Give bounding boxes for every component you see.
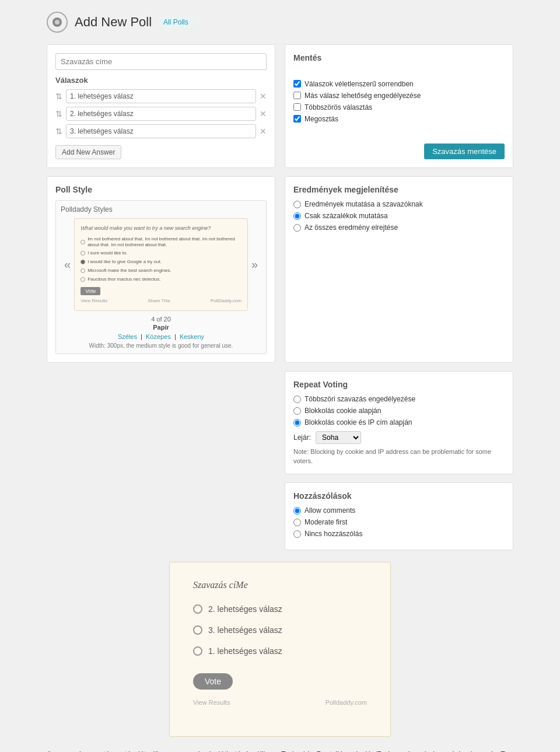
style-description: Width: 300px, the medium style is good f…: [61, 342, 261, 349]
preview-option-label-0: 2. lehetséges válasz: [208, 604, 282, 614]
hozzaszolasok-radio-2[interactable]: [293, 530, 301, 538]
answer-row: ⇅ ✕: [55, 89, 267, 103]
save-checkbox-1[interactable]: [293, 92, 301, 99]
hozzaszolasok-radio-1[interactable]: [293, 519, 301, 526]
repeat-voting-title: Repeat Voting: [293, 380, 505, 389]
eredmenyek-panel: Eredmények megjelenítése Eredmények muta…: [285, 176, 513, 363]
eredmenyek-radio-1[interactable]: [293, 212, 301, 220]
hozzaszolasok-panel: Hozzászólások Allow comments Moderate fi…: [285, 482, 513, 550]
hozzaszolasok-option-row: Moderate first: [293, 518, 505, 526]
style-prev-button[interactable]: «: [61, 258, 74, 271]
eredmenyek-radio-0[interactable]: [293, 201, 301, 208]
eredmenyek-radio-2[interactable]: [293, 224, 301, 232]
style-width-szeles[interactable]: Széles: [118, 333, 137, 340]
style-width-kozepes[interactable]: Közepes: [146, 333, 171, 340]
style-radio-1: [80, 240, 85, 244]
preview-options: 2. lehetséges válasz 3. lehetséges válas…: [193, 604, 367, 656]
answer-remove-icon-0[interactable]: ✕: [260, 92, 267, 100]
eredmenyek-label-2: Az összes eredmény elrejtése: [304, 223, 398, 232]
preview-option-label-1: 3. lehetséges válasz: [208, 625, 282, 635]
preview-option-row: 3. lehetséges válasz: [193, 625, 367, 635]
poll-style-panel: Poll Style Polldaddy Styles « What would…: [47, 176, 275, 363]
style-count: 4 of 20: [61, 316, 261, 323]
repeat-radio-2[interactable]: [293, 419, 301, 426]
answers-section: Válaszok ⇅ ✕ ⇅ ✕ ⇅ ✕ Add New Answer: [55, 76, 267, 159]
poll-style-title: Poll Style: [55, 185, 267, 194]
note-text: Note: Blocking by cookie and IP address …: [293, 447, 505, 466]
lejart-select[interactable]: Soha 1 nap 1 hét 1 hónap: [316, 431, 361, 444]
eredmenyek-option-row: Csak százalékok mutatása: [293, 212, 505, 220]
style-card: What would make you want to try a new se…: [74, 218, 248, 311]
save-checkbox-3[interactable]: [293, 115, 301, 123]
repeat-label-2: Blokkolás cookie és IP cím alapján: [304, 418, 412, 426]
repeat-option-row: Többszöri szavazás engedélyezése: [293, 395, 505, 403]
empty-left: [47, 371, 275, 474]
save-checkbox-0[interactable]: [293, 80, 301, 88]
style-radio-2: [80, 251, 85, 256]
answers-list: ⇅ ✕ ⇅ ✕ ⇅ ✕: [55, 89, 267, 138]
style-radio-3: [80, 260, 85, 264]
lejart-label: Lejár:: [293, 433, 311, 442]
hozzaszolasok-label-0: Allow comments: [304, 506, 355, 515]
add-answer-button[interactable]: Add New Answer: [55, 145, 121, 159]
style-view-results: View Results: [80, 298, 107, 305]
eredmenyek-option-row: Az összes eredmény elrejtése: [293, 223, 505, 232]
repeat-voting-panel: Repeat Voting Többszöri szavazás engedél…: [285, 371, 513, 474]
style-radio-4: [80, 268, 85, 273]
preview-radio-0[interactable]: [193, 604, 202, 614]
style-preview-area: « What would make you want to try a new …: [61, 218, 261, 311]
all-polls-link[interactable]: All Polls: [159, 17, 193, 27]
eredmenyek-options: Eredmények mutatása a szavazóknak Csak s…: [293, 200, 505, 232]
save-checkbox-label-2: Többszörös választás: [304, 103, 372, 111]
answer-reorder-icon[interactable]: ⇅: [55, 92, 62, 101]
preview-polldaddy: Polldaddy.com: [326, 699, 367, 706]
save-checkbox-label-1: Más válasz lehetőség engedélyezése: [304, 92, 421, 100]
answer-reorder-icon[interactable]: ⇅: [55, 109, 62, 118]
hozzaszolasok-option-row: Nincs hozzászólás: [293, 530, 505, 538]
answer-input-2[interactable]: [66, 124, 256, 138]
hozzaszolasok-label-2: Nincs hozzászólás: [304, 530, 362, 538]
preview-radio-2[interactable]: [193, 646, 202, 656]
answer-input-0[interactable]: [66, 89, 256, 103]
save-button[interactable]: Szavazás mentése: [424, 144, 505, 159]
polldaddy-styles-label: Polldaddy Styles: [61, 205, 261, 214]
eredmenyek-label-0: Eredmények mutatása a szavazóknak: [304, 200, 423, 208]
answer-remove-icon-2[interactable]: ✕: [260, 127, 267, 135]
lejart-row: Lejár: Soha 1 nap 1 hét 1 hónap: [293, 431, 505, 444]
save-checkbox-2[interactable]: [293, 103, 301, 111]
style-width-keskeny[interactable]: Keskeny: [180, 333, 204, 340]
style-next-button[interactable]: »: [248, 258, 261, 271]
poll-title-input[interactable]: [55, 53, 267, 70]
poll-icon: [47, 12, 68, 33]
save-checkbox-row: Válaszok véletlenszerű sorrendben: [293, 80, 505, 88]
answer-input-1[interactable]: [66, 107, 256, 121]
preview-widget: Szavazás cíMe 2. lehetséges válasz 3. le…: [169, 562, 391, 737]
save-checkbox-row: Más válasz lehetőség engedélyezése: [293, 92, 505, 100]
preview-option-row: 1. lehetséges válasz: [193, 646, 367, 656]
repeat-radio-1[interactable]: [293, 407, 301, 415]
hozzaszolasok-option-row: Allow comments: [293, 506, 505, 515]
hozzaszolasok-label-1: Moderate first: [304, 518, 347, 526]
preview-vote-button[interactable]: Vote: [193, 673, 233, 690]
style-vote-button[interactable]: Vote: [80, 287, 100, 295]
hozzaszolasok-radio-0[interactable]: [293, 507, 301, 515]
preview-title: Szavazás cíMe: [193, 580, 367, 590]
style-polldaddy: PollDaddy.com: [211, 298, 242, 305]
preview-radio-1[interactable]: [193, 625, 202, 635]
answer-row: ⇅ ✕: [55, 107, 267, 121]
repeat-label-1: Blokkolás cookie alapján: [304, 407, 381, 415]
repeat-options: Többszöri szavazás engedélyezése Blokkol…: [293, 395, 505, 426]
style-option-5: Faucibus thor inactus nec delectus.: [80, 276, 242, 283]
hozzaszolasok-title: Hozzászólások: [293, 491, 505, 501]
page-title: Add New Poll: [75, 15, 152, 30]
answer-reorder-icon[interactable]: ⇅: [55, 127, 62, 136]
style-share: Share This: [148, 298, 170, 305]
answer-remove-icon-1[interactable]: ✕: [260, 110, 267, 118]
eredmenyek-label-1: Csak százalékok mutatása: [304, 212, 388, 220]
style-option-3: I would like to give Google a try out.: [80, 258, 242, 265]
answer-row: ⇅ ✕: [55, 124, 267, 138]
preview-view-results: View Results: [193, 699, 230, 706]
save-checkbox-row: Megosztás: [293, 115, 505, 123]
repeat-radio-0[interactable]: [293, 396, 301, 403]
empty-left-2: [47, 482, 275, 550]
